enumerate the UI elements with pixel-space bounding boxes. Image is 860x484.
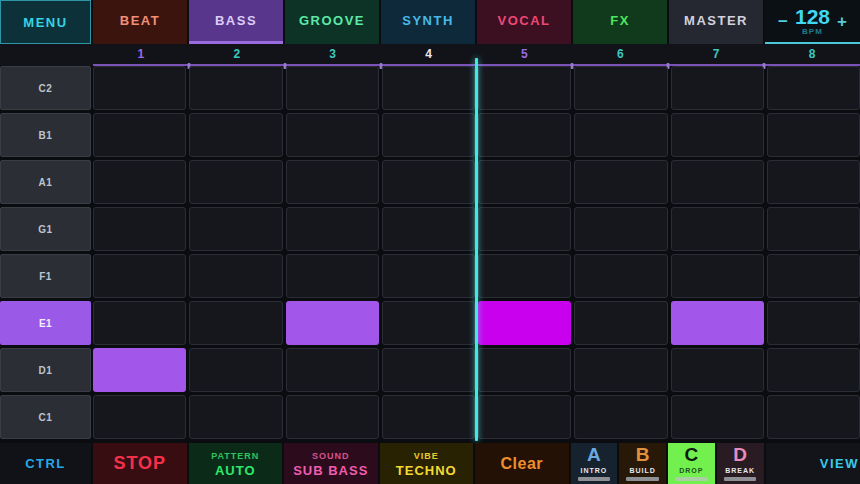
tab-master[interactable]: MASTER xyxy=(669,0,763,44)
step-cell-c2-5[interactable] xyxy=(478,66,571,110)
stop-button[interactable]: STOP xyxy=(93,443,187,484)
step-cell-b1-8[interactable] xyxy=(767,113,860,157)
step-cell-g1-8[interactable] xyxy=(767,207,860,251)
sound-selector[interactable]: SOUND SUB BASS xyxy=(284,443,378,484)
step-cell-e1-4[interactable] xyxy=(382,301,475,345)
step-cell-b1-5[interactable] xyxy=(478,113,571,157)
ctrl-button[interactable]: CTRL xyxy=(0,443,91,484)
step-cell-c2-4[interactable] xyxy=(382,66,475,110)
step-cell-e1-5[interactable] xyxy=(478,301,571,345)
step-cell-f1-7[interactable] xyxy=(671,254,764,298)
playhead xyxy=(475,58,478,441)
bpm-value: 128 xyxy=(795,7,830,27)
tab-bass[interactable]: BASS xyxy=(189,0,283,44)
section-d-button[interactable]: DBREAK xyxy=(717,443,764,484)
step-cell-f1-2[interactable] xyxy=(189,254,282,298)
step-cell-b1-3[interactable] xyxy=(286,113,379,157)
section-c-button[interactable]: CDROP xyxy=(668,443,715,484)
step-cell-b1-2[interactable] xyxy=(189,113,282,157)
step-cell-c2-1[interactable] xyxy=(93,66,186,110)
step-cell-e1-6[interactable] xyxy=(574,301,667,345)
step-cell-a1-6[interactable] xyxy=(574,160,667,204)
step-cell-f1-8[interactable] xyxy=(767,254,860,298)
step-cell-g1-4[interactable] xyxy=(382,207,475,251)
note-key-b1[interactable]: B1 xyxy=(0,113,91,157)
step-cell-e1-8[interactable] xyxy=(767,301,860,345)
note-key-c2[interactable]: C2 xyxy=(0,66,91,110)
step-cell-f1-3[interactable] xyxy=(286,254,379,298)
tab-synth[interactable]: SYNTH xyxy=(381,0,475,44)
step-cell-e1-7[interactable] xyxy=(671,301,764,345)
step-cell-d1-8[interactable] xyxy=(767,348,860,392)
step-cell-d1-4[interactable] xyxy=(382,348,475,392)
note-key-c1[interactable]: C1 xyxy=(0,395,91,439)
step-cell-c2-6[interactable] xyxy=(574,66,667,110)
step-cell-a1-1[interactable] xyxy=(93,160,186,204)
step-cell-a1-7[interactable] xyxy=(671,160,764,204)
pattern-selector[interactable]: PATTERN AUTO xyxy=(189,443,283,484)
tab-beat[interactable]: BEAT xyxy=(93,0,187,44)
step-cell-a1-2[interactable] xyxy=(189,160,282,204)
step-cell-c1-5[interactable] xyxy=(478,395,571,439)
step-cell-b1-6[interactable] xyxy=(574,113,667,157)
tab-fx[interactable]: FX xyxy=(573,0,667,44)
step-cell-c1-7[interactable] xyxy=(671,395,764,439)
step-cell-c2-8[interactable] xyxy=(767,66,860,110)
step-cell-c2-7[interactable] xyxy=(671,66,764,110)
step-cell-b1-7[interactable] xyxy=(671,113,764,157)
tab-vocal[interactable]: VOCAL xyxy=(477,0,571,44)
step-cell-b1-4[interactable] xyxy=(382,113,475,157)
menu-button[interactable]: MENU xyxy=(0,0,91,44)
step-cell-g1-2[interactable] xyxy=(189,207,282,251)
step-cell-g1-7[interactable] xyxy=(671,207,764,251)
step-cell-c1-6[interactable] xyxy=(574,395,667,439)
section-name: BUILD xyxy=(629,466,655,475)
note-key-f1[interactable]: F1 xyxy=(0,254,91,298)
step-cell-g1-1[interactable] xyxy=(93,207,186,251)
view-button[interactable]: VIEW xyxy=(766,443,860,484)
step-cell-f1-6[interactable] xyxy=(574,254,667,298)
step-cell-d1-7[interactable] xyxy=(671,348,764,392)
step-cell-a1-3[interactable] xyxy=(286,160,379,204)
step-cell-g1-3[interactable] xyxy=(286,207,379,251)
bpm-increase-button[interactable]: + xyxy=(837,13,847,30)
note-key-e1[interactable]: E1 xyxy=(0,301,91,345)
note-key-g1[interactable]: G1 xyxy=(0,207,91,251)
step-cell-c1-3[interactable] xyxy=(286,395,379,439)
step-cell-e1-3[interactable] xyxy=(286,301,379,345)
step-cell-f1-5[interactable] xyxy=(478,254,571,298)
vibe-selector[interactable]: VIBE TECHNO xyxy=(380,443,474,484)
step-cell-g1-6[interactable] xyxy=(574,207,667,251)
step-cell-c1-4[interactable] xyxy=(382,395,475,439)
step-cell-c2-2[interactable] xyxy=(189,66,282,110)
step-cell-a1-5[interactable] xyxy=(478,160,571,204)
section-progress-bar xyxy=(578,477,611,481)
vibe-value: TECHNO xyxy=(396,463,457,478)
step-cell-g1-5[interactable] xyxy=(478,207,571,251)
step-cell-e1-1[interactable] xyxy=(93,301,186,345)
beat-ruler: 12345678 xyxy=(0,44,860,66)
step-cell-f1-4[interactable] xyxy=(382,254,475,298)
step-cell-c2-3[interactable] xyxy=(286,66,379,110)
tab-groove[interactable]: GROOVE xyxy=(285,0,379,44)
step-cell-f1-1[interactable] xyxy=(93,254,186,298)
step-cell-d1-6[interactable] xyxy=(574,348,667,392)
section-progress-bar xyxy=(675,477,708,481)
step-cell-a1-8[interactable] xyxy=(767,160,860,204)
step-cell-a1-4[interactable] xyxy=(382,160,475,204)
step-cell-c1-2[interactable] xyxy=(189,395,282,439)
step-cell-b1-1[interactable] xyxy=(93,113,186,157)
section-b-button[interactable]: BBUILD xyxy=(619,443,666,484)
note-key-a1[interactable]: A1 xyxy=(0,160,91,204)
step-cell-d1-3[interactable] xyxy=(286,348,379,392)
clear-button[interactable]: Clear xyxy=(475,443,569,484)
note-key-d1[interactable]: D1 xyxy=(0,348,91,392)
step-cell-c1-1[interactable] xyxy=(93,395,186,439)
step-cell-d1-5[interactable] xyxy=(478,348,571,392)
step-cell-d1-2[interactable] xyxy=(189,348,282,392)
bpm-decrease-button[interactable]: − xyxy=(778,13,788,30)
step-cell-c1-8[interactable] xyxy=(767,395,860,439)
step-cell-e1-2[interactable] xyxy=(189,301,282,345)
section-a-button[interactable]: AINTRO xyxy=(571,443,618,484)
step-cell-d1-1[interactable] xyxy=(93,348,186,392)
